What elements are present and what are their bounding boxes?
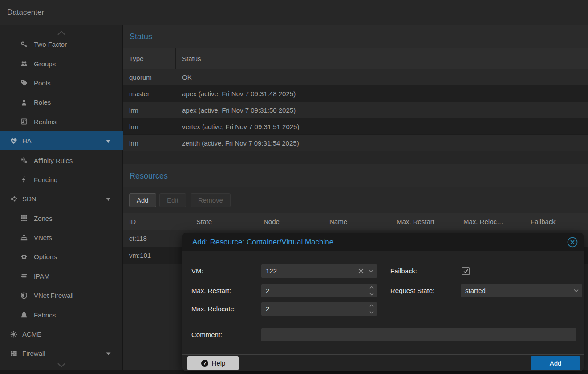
status-cell-type: master	[123, 85, 176, 102]
status-table-row[interactable]: lrmvertex (active, Fri Nov 7 09:31:51 20…	[123, 118, 588, 135]
sidebar-item-options[interactable]: Options	[0, 247, 123, 266]
status-table-row[interactable]: masterapex (active, Fri Nov 7 09:31:48 2…	[123, 85, 588, 102]
comment-input[interactable]	[261, 328, 576, 341]
resources-section-header: Resources	[123, 164, 588, 187]
sidebar-item-label: Two Factor	[34, 41, 67, 48]
max-relocate-label: Max. Relocate:	[191, 302, 236, 316]
sidebar-item-vnets[interactable]: VNets	[0, 228, 123, 247]
status-table-row[interactable]: lrmzenith (active, Fri Nov 7 09:31:54 20…	[123, 135, 588, 151]
failback-checkbox[interactable]	[462, 267, 470, 275]
vm-label: VM:	[191, 264, 203, 278]
resources-column-header-max-restart[interactable]: Max. Restart	[390, 213, 457, 230]
caret-down-icon[interactable]	[105, 196, 111, 202]
sidebar-item-label: Affinity Rules	[34, 157, 73, 164]
status-cell-status: apex (active, Fri Nov 7 09:31:50 2025)	[176, 102, 588, 118]
sidebar-item-vnet-firewall[interactable]: VNet Firewall	[0, 286, 123, 305]
status-column-header-status[interactable]: Status	[176, 48, 588, 69]
sidebar-item-ipam[interactable]: IPAM	[0, 267, 123, 286]
status-cell-status: zenith (active, Fri Nov 7 09:31:54 2025)	[176, 135, 588, 151]
resources-column-header-state[interactable]: State	[190, 213, 257, 230]
spinner-arrows-icon[interactable]	[369, 304, 374, 314]
status-cell-status: vertex (active, Fri Nov 7 09:31:51 2025)	[176, 118, 588, 134]
sidebar-item-realms[interactable]: Realms	[0, 112, 123, 131]
resources-column-header-id[interactable]: ID	[123, 213, 190, 230]
caret-down-icon[interactable]	[105, 350, 111, 356]
max-relocate-value: 2	[266, 305, 269, 313]
max-relocate-spinner[interactable]: 2	[261, 302, 377, 316]
tag-icon	[20, 79, 28, 87]
page-title: Datacenter	[7, 0, 44, 25]
sidebar-item-label: Options	[34, 253, 57, 260]
sidebar-item-label: Fabrics	[34, 311, 56, 319]
resources-column-header-node[interactable]: Node	[257, 213, 323, 230]
heartbeat-icon	[10, 137, 18, 145]
add-button[interactable]: Add	[129, 193, 156, 207]
sidebar-item-label: VNets	[34, 234, 52, 241]
max-restart-value: 2	[266, 287, 269, 294]
close-icon[interactable]	[567, 236, 578, 248]
sidebar-item-zones[interactable]: Zones	[0, 209, 123, 228]
sidebar-item-sdn[interactable]: SDN	[0, 189, 123, 208]
sidebar-item-label: IPAM	[34, 272, 50, 280]
sidebar-item-label: VNet Firewall	[34, 292, 73, 299]
caret-down-icon[interactable]	[105, 138, 111, 144]
help-button[interactable]: ? Help	[187, 356, 239, 370]
sidebar-item-fencing[interactable]: Fencing	[0, 170, 123, 189]
resources-column-header-max-reloc-[interactable]: Max. Reloc…	[457, 213, 524, 230]
failback-label: Failback:	[390, 264, 417, 278]
bolt-icon	[20, 175, 28, 183]
road-icon	[20, 311, 28, 319]
request-state-value: started	[465, 287, 486, 294]
status-cell-type: lrm	[123, 135, 176, 151]
resources-column-header-failback[interactable]: Failback	[524, 213, 588, 230]
status-table-row[interactable]: lrmapex (active, Fri Nov 7 09:31:50 2025…	[123, 102, 588, 118]
resources-section-title: Resources	[130, 164, 168, 187]
max-restart-label: Max. Restart:	[191, 284, 231, 297]
request-state-select[interactable]: started	[461, 284, 582, 297]
status-cell-type: lrm	[123, 102, 176, 118]
sidebar-item-label: HA	[22, 137, 32, 145]
sidebar-item-label: Zones	[34, 215, 53, 222]
sidebar-item-fabrics[interactable]: Fabrics	[0, 305, 123, 324]
status-cell-type: quorum	[123, 69, 176, 85]
max-restart-spinner[interactable]: 2	[261, 284, 377, 297]
dialog-title: Add: Resource: Container/Virtual Machine	[192, 233, 333, 251]
dialog-header[interactable]: Add: Resource: Container/Virtual Machine	[182, 233, 584, 251]
sidebar-item-label: Groups	[34, 60, 56, 68]
sidebar-item-affinity-rules[interactable]: Affinity Rules	[0, 150, 123, 170]
sidebar-item-roles[interactable]: Roles	[0, 93, 123, 112]
add-resource-dialog: Add: Resource: Container/Virtual Machine…	[182, 233, 584, 371]
status-section-title: Status	[130, 25, 152, 48]
dialog-footer-divider	[182, 354, 584, 355]
vm-value: 122	[266, 267, 277, 275]
shield-icon	[20, 292, 28, 300]
sidebar-item-label: Roles	[34, 98, 51, 106]
sidebar-item-pools[interactable]: Pools	[0, 73, 123, 93]
dialog-add-button[interactable]: Add	[531, 356, 580, 370]
spinner-arrows-icon[interactable]	[369, 286, 374, 296]
comment-label: Comment:	[191, 328, 222, 341]
sidebar-item-label: SDN	[22, 195, 36, 203]
grid-icon	[20, 214, 28, 222]
sidebar-item-two-factor[interactable]: Two Factor	[0, 35, 123, 54]
starburst-icon	[10, 330, 18, 338]
person-icon	[20, 98, 28, 106]
chevron-down-icon[interactable]	[369, 269, 373, 273]
vm-combobox[interactable]: 122	[261, 264, 377, 278]
status-table-row[interactable]: quorumOK	[123, 69, 588, 85]
clear-icon[interactable]	[358, 268, 364, 274]
remove-button[interactable]: Remove	[191, 193, 231, 207]
sidebar-item-label: Fencing	[34, 176, 57, 183]
sidebar-item-ha[interactable]: HA	[0, 131, 123, 150]
share-nodes-icon	[10, 195, 18, 203]
key-icon	[20, 41, 28, 49]
sitemap-icon	[20, 234, 28, 242]
edit-button[interactable]: Edit	[159, 193, 186, 207]
status-column-header-type[interactable]: Type	[123, 48, 176, 69]
sidebar-item-groups[interactable]: Groups	[0, 54, 123, 73]
id-card-icon	[20, 118, 28, 126]
resources-column-header-name[interactable]: Name	[323, 213, 390, 230]
sidebar-items: Two FactorGroupsPoolsRolesRealmsHAAffini…	[0, 35, 123, 363]
chevron-down-icon[interactable]	[574, 289, 579, 293]
sidebar-item-acme[interactable]: ACME	[0, 325, 123, 344]
